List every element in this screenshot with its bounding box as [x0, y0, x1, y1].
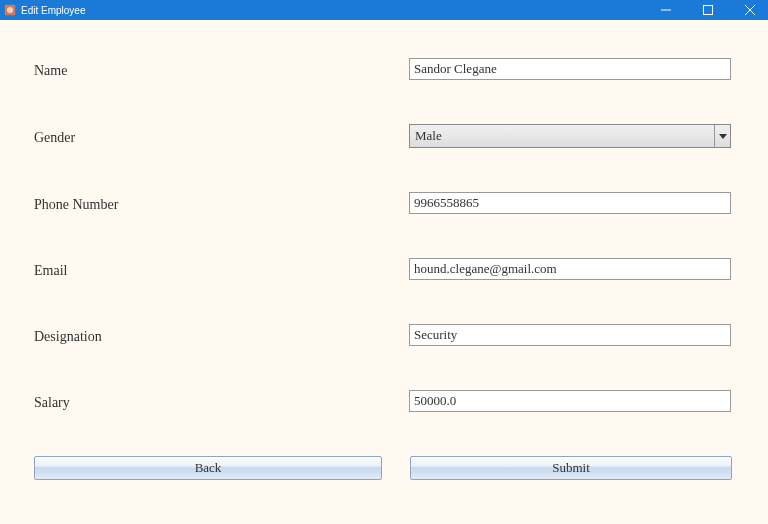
- email-row: Email: [34, 258, 734, 280]
- titlebar-left: Edit Employee: [4, 4, 85, 16]
- gender-row: Gender Male: [34, 124, 734, 148]
- chevron-down-icon: [719, 134, 727, 139]
- window-controls: [654, 1, 762, 19]
- submit-button[interactable]: Submit: [410, 456, 732, 480]
- svg-point-1: [7, 7, 13, 13]
- button-row: Back Submit: [34, 456, 734, 480]
- maximize-icon: [703, 5, 713, 15]
- designation-row: Designation: [34, 324, 734, 346]
- phone-label: Phone Number: [34, 194, 409, 213]
- name-label: Name: [34, 60, 409, 79]
- gender-selected-value: Male: [410, 125, 714, 147]
- svg-marker-6: [719, 134, 727, 139]
- gender-dropdown-button[interactable]: [714, 125, 730, 147]
- close-button[interactable]: [738, 1, 762, 19]
- phone-input[interactable]: [409, 192, 731, 214]
- svg-rect-3: [704, 6, 713, 15]
- designation-input[interactable]: [409, 324, 731, 346]
- salary-row: Salary: [34, 390, 734, 412]
- back-button[interactable]: Back: [34, 456, 382, 480]
- gender-label: Gender: [34, 127, 409, 146]
- maximize-button[interactable]: [696, 1, 720, 19]
- window-title: Edit Employee: [21, 5, 85, 16]
- salary-input[interactable]: [409, 390, 731, 412]
- minimize-button[interactable]: [654, 1, 678, 19]
- title-bar: Edit Employee: [0, 0, 768, 20]
- email-input[interactable]: [409, 258, 731, 280]
- close-icon: [745, 5, 755, 15]
- name-input[interactable]: [409, 58, 731, 80]
- salary-label: Salary: [34, 392, 409, 411]
- app-icon: [4, 4, 16, 16]
- form-panel: Name Gender Male Phone Number Email Desi…: [0, 20, 768, 524]
- designation-label: Designation: [34, 326, 409, 345]
- email-label: Email: [34, 260, 409, 279]
- gender-select[interactable]: Male: [409, 124, 731, 148]
- minimize-icon: [661, 5, 671, 15]
- phone-row: Phone Number: [34, 192, 734, 214]
- name-row: Name: [34, 58, 734, 80]
